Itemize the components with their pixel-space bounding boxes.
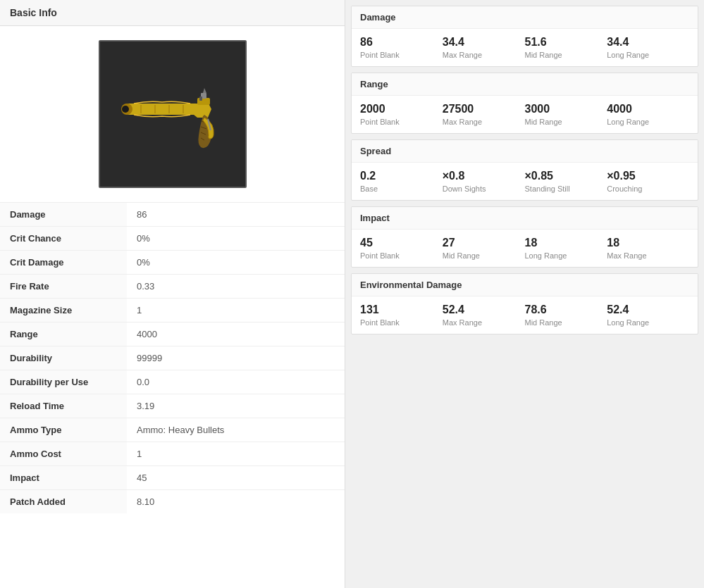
stat-row: Durability 99999 (0, 346, 345, 370)
stat-cell-label: Point Blank (360, 51, 443, 59)
stat-row: Durability per Use 0.0 (0, 370, 345, 394)
stat-cell: 52.4 Long Range (607, 304, 689, 327)
stat-value: 1 (127, 299, 345, 323)
stat-cell-label: Max Range (443, 118, 525, 126)
stat-cell: 51.6 Mid Range (525, 36, 607, 59)
stat-row: Damage 86 (0, 203, 345, 227)
stat-cell-value: 78.6 (525, 304, 607, 316)
svg-rect-16 (199, 96, 202, 101)
stat-cell-value: 0.2 (360, 170, 443, 182)
stat-row: Reload Time 3.19 (0, 394, 345, 418)
stat-cell-label: Mid Range (443, 251, 525, 260)
stat-card-body: 131 Point Blank 52.4 Max Range 78.6 Mid … (352, 296, 698, 334)
stat-card-title: Range (352, 73, 698, 96)
stat-cell-value: 52.4 (607, 304, 689, 316)
stat-cell: 131 Point Blank (360, 304, 443, 327)
stat-cell-label: Point Blank (360, 118, 443, 126)
stat-value: 45 (127, 466, 345, 490)
stats-table: Damage 86 Crit Chance 0% Crit Damage 0% … (0, 203, 345, 513)
stat-card: Damage 86 Point Blank 34.4 Max Range 51.… (351, 6, 698, 67)
stat-cell: 0.2 Base (360, 170, 443, 193)
stat-cell-label: Mid Range (525, 118, 607, 126)
stat-card-body: 45 Point Blank 27 Mid Range 18 Long Rang… (352, 230, 698, 267)
stat-cell-value: ×0.95 (607, 170, 689, 182)
stat-cell: 2000 Point Blank (360, 103, 443, 126)
stat-value: 4000 (127, 323, 345, 346)
stat-card: Impact 45 Point Blank 27 Mid Range 18 Lo… (351, 206, 698, 268)
stat-cell: 27500 Max Range (443, 103, 525, 126)
stat-cell-value: 4000 (607, 103, 689, 115)
stat-cell-value: 34.4 (443, 36, 525, 49)
stat-label: Durability (0, 346, 127, 370)
stat-value: 86 (127, 203, 345, 227)
stat-label: Ammo Type (0, 418, 127, 442)
stat-value: 0% (127, 227, 345, 251)
stat-label: Damage (0, 203, 127, 227)
stat-cell-label: Long Range (607, 118, 689, 126)
stat-cell: 18 Long Range (525, 237, 607, 260)
stat-row: Magazine Size 1 (0, 299, 345, 323)
stat-cell-value: 27500 (443, 103, 525, 115)
stat-cell: 4000 Long Range (607, 103, 689, 126)
stat-cell-value: 51.6 (525, 36, 607, 49)
stat-cell: 3000 Mid Range (525, 103, 607, 126)
stat-row: Ammo Type Ammo: Heavy Bullets (0, 418, 345, 442)
stat-value: 0.33 (127, 275, 345, 299)
stat-cell: 45 Point Blank (360, 237, 443, 260)
stat-row: Crit Chance 0% (0, 227, 345, 251)
stat-card-body: 0.2 Base ×0.8 Down Sights ×0.85 Standing… (352, 163, 698, 200)
stat-cell-value: ×0.85 (525, 170, 607, 182)
stat-label: Fire Rate (0, 275, 127, 299)
stat-card-title: Impact (352, 207, 698, 230)
weapon-image (99, 40, 247, 188)
stat-cell: ×0.95 Crouching (607, 170, 689, 193)
stat-cell-label: Down Sights (443, 184, 525, 193)
stat-row: Ammo Cost 1 (0, 442, 345, 466)
stat-value: 0% (127, 251, 345, 275)
stat-label: Impact (0, 466, 127, 490)
stat-value: 8.10 (127, 490, 345, 514)
stat-label: Patch Added (0, 490, 127, 514)
stat-value: 1 (127, 442, 345, 466)
stat-cell-value: 3000 (525, 103, 607, 115)
stat-card-body: 86 Point Blank 34.4 Max Range 51.6 Mid R… (352, 29, 698, 66)
stat-value: 3.19 (127, 394, 345, 418)
stat-row: Patch Added 8.10 (0, 490, 345, 514)
svg-rect-8 (197, 98, 210, 105)
stat-value: 99999 (127, 346, 345, 370)
stat-cell-value: 45 (360, 237, 443, 249)
stat-cell-value: 18 (525, 237, 607, 249)
stat-cell: 52.4 Max Range (443, 304, 525, 327)
stat-cell: 78.6 Mid Range (525, 304, 607, 327)
stat-cell-label: Point Blank (360, 318, 443, 327)
stat-cell-value: 34.4 (607, 36, 689, 49)
stat-label: Range (0, 323, 127, 346)
stat-cell-label: Long Range (607, 318, 689, 327)
stat-card-title: Environmental Damage (352, 274, 698, 296)
stat-cell-label: Max Range (607, 251, 689, 260)
stat-cell-value: ×0.8 (443, 170, 525, 182)
stat-value: 0.0 (127, 370, 345, 394)
stat-cell-label: Max Range (443, 318, 525, 327)
stat-cell: 86 Point Blank (360, 36, 443, 59)
stat-card-body: 2000 Point Blank 27500 Max Range 3000 Mi… (352, 96, 698, 133)
stat-row: Range 4000 (0, 323, 345, 346)
stat-row: Fire Rate 0.33 (0, 275, 345, 299)
stat-row: Impact 45 (0, 466, 345, 490)
stat-cell-label: Long Range (525, 251, 607, 260)
stat-cell-label: Base (360, 184, 443, 193)
stat-card: Spread 0.2 Base ×0.8 Down Sights ×0.85 S… (351, 139, 698, 201)
stat-card-title: Spread (352, 140, 698, 163)
right-panel: Damage 86 Point Blank 34.4 Max Range 51.… (345, 0, 704, 588)
stat-cell-value: 131 (360, 304, 443, 316)
stat-cell-label: Long Range (607, 51, 689, 59)
left-panel: Basic Info (0, 0, 345, 588)
stat-cell-value: 86 (360, 36, 443, 49)
stat-cell-label: Mid Range (525, 51, 607, 59)
stat-cell: 34.4 Max Range (443, 36, 525, 59)
stat-label: Reload Time (0, 394, 127, 418)
stat-cell: 27 Mid Range (443, 237, 525, 260)
stat-cell-label: Max Range (443, 51, 525, 59)
stat-row: Crit Damage 0% (0, 251, 345, 275)
stat-label: Durability per Use (0, 370, 127, 394)
